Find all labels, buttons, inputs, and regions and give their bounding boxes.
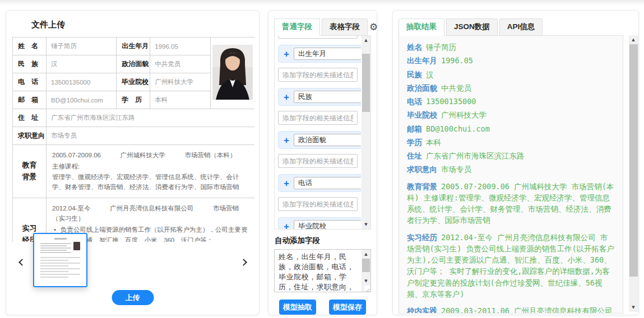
resume-label: 民 族 [13, 55, 47, 73]
field-name-input[interactable] [294, 48, 361, 60]
resume-education-content: 2005.07-2009.06 广州城科技大学 市场营销（本科） 主修课程: 管… [47, 145, 255, 198]
resume-photo [210, 38, 254, 109]
field-chip: + [278, 131, 361, 149]
resume-label: 邮 箱 [13, 91, 47, 109]
field-chip: + [278, 88, 361, 106]
model-save-button[interactable]: 模型保存 [329, 300, 366, 315]
page-thumbnail[interactable] [33, 233, 87, 287]
table-row: 住 址 广东省广州市海珠区滨江东路 [13, 109, 255, 127]
scroll-up-icon[interactable]: ▲ [629, 36, 638, 44]
resume-value: 汉 [47, 55, 117, 73]
result-entry: 教育背景2005.07-2009.06 广州城科技大学 市场营销(本科) 主修课… [407, 181, 615, 226]
field-chip: + [278, 45, 361, 63]
field-desc-input[interactable] [278, 197, 358, 211]
table-row: 姓 名 锤子简历 出生年月 1996.05 [13, 38, 255, 55]
chevron-left-icon [18, 259, 26, 266]
fields-panel: 普通字段 表格字段 ⚙ + ✕ + [268, 10, 377, 315]
table-row: 教育 背景 2005.07-2009.06 广州城科技大学 市场营销（本科） 主… [13, 145, 255, 198]
result-entry: 学历本科 [407, 137, 615, 148]
resume-value: 锤子简历 [47, 38, 117, 55]
field-row: + ✕ [278, 217, 358, 229]
portrait-photo-image [212, 45, 253, 100]
scrollbar-thumb[interactable] [362, 54, 370, 112]
field-list-content: + ✕ + ✕ + [275, 36, 361, 229]
add-field-icon[interactable]: + [284, 135, 289, 145]
resume-value: BD@100chui.com [47, 91, 117, 109]
field-list: + ✕ + ✕ + [274, 35, 371, 230]
scrollbar-thumb[interactable] [362, 259, 370, 272]
fields-tabs: 普通字段 表格字段 ⚙ [274, 18, 371, 36]
page-carousel: 上传 [6, 231, 259, 315]
result-scrollbar[interactable]: ▲ ▼ [629, 35, 638, 312]
resume-value: 广东省广州市海珠区滨江东路 [47, 109, 255, 127]
result-entry: 实习经历2012.04-至今 广州月亮湾信息科技有限公司 市场营销(实习生) 负… [407, 232, 615, 300]
resume-value: 1996.05 [150, 38, 211, 55]
auto-add-textarea[interactable]: 姓名，出生年月，民族，政治面貌，电话，毕业院校，邮箱，学历，住址，求职意向，教育… [274, 249, 371, 292]
model-extract-button[interactable]: 模型抽取 [279, 300, 316, 315]
resume-label: 电 话 [13, 73, 47, 91]
field-name-input[interactable] [294, 134, 361, 146]
result-entry: 邮箱BD@100chui.com [407, 123, 615, 134]
resume-preview: 姓 名 锤子简历 出生年月 1996.05 [12, 37, 254, 242]
tab-table-fields[interactable]: 表格字段 [322, 18, 368, 36]
field-desc-input[interactable] [278, 154, 358, 168]
field-row: + ✕ [278, 174, 358, 192]
resume-label: 毕业院校 [117, 73, 150, 91]
tab-extract-result[interactable]: 抽取结果 [399, 18, 444, 36]
result-tabs: 抽取结果 JSON数据 API信息 [399, 18, 638, 36]
field-name-input[interactable] [294, 220, 361, 229]
upload-panel-title: 文件上传 [31, 20, 259, 30]
tab-json-data[interactable]: JSON数据 [446, 18, 498, 36]
resume-value: 市场专员 [47, 127, 255, 145]
upload-button[interactable]: 上传 [112, 290, 154, 305]
add-field-icon[interactable]: + [284, 222, 289, 230]
tab-normal-fields[interactable]: 普通字段 [274, 18, 320, 36]
page-top-shadow [0, 0, 644, 5]
result-entry: 政治面貌中共党员 [407, 82, 615, 93]
field-name-input[interactable] [294, 91, 361, 103]
add-field-icon[interactable]: + [284, 92, 289, 102]
resume-label: 政治面貌 [117, 55, 150, 73]
upload-panel: 文件上传 姓 名 锤子简历 出生年月 1996.05 [6, 10, 260, 315]
result-entry: 求职意向市场专员 [407, 163, 615, 175]
result-entry: 住址广东省广州市海珠区滨江东路 [407, 150, 615, 161]
field-desc-input[interactable] [278, 68, 358, 82]
result-panel: 抽取结果 JSON数据 API信息 姓名锤子简历 出生年月1996.05 民族汉… [392, 10, 639, 315]
result-entry: 姓名锤子简历 [407, 41, 615, 53]
prev-page-button[interactable] [14, 250, 30, 274]
add-field-icon[interactable]: + [284, 49, 289, 59]
table-row: 求职意向 市场专员 [13, 127, 255, 145]
resume-value: 13500135000 [47, 73, 117, 91]
thumbnail-title-bar [54, 238, 67, 240]
add-field-icon[interactable]: + [284, 179, 289, 188]
gear-icon[interactable]: ⚙ [369, 22, 379, 32]
resume-label: 姓 名 [13, 38, 47, 55]
result-entry: 出生年月1996.05 [407, 55, 615, 66]
scrollbar-thumb[interactable] [629, 44, 638, 277]
result-entry: 民族汉 [407, 69, 615, 80]
field-name-input[interactable] [294, 177, 361, 189]
resume-table: 姓 名 锤子简历 出生年月 1996.05 [12, 37, 254, 242]
tab-api-info[interactable]: API信息 [499, 18, 543, 36]
scroll-up-icon[interactable]: ▲ [362, 250, 370, 258]
scroll-down-icon[interactable]: ▼ [362, 221, 370, 228]
resume-label: 学 历 [117, 91, 150, 109]
resume-label: 出生年月 [117, 38, 150, 55]
resize-grip-icon[interactable] [364, 286, 370, 291]
field-chip: + [278, 174, 361, 192]
scroll-up-icon[interactable]: ▲ [362, 36, 370, 44]
scroll-down-icon[interactable]: ▼ [362, 277, 370, 285]
thumbnail-header [40, 242, 80, 254]
extract-result-text: 姓名锤子简历 出生年月1996.05 民族汉 政治面貌中共党员 电话135001… [399, 35, 623, 314]
thumbnail-photo [73, 242, 80, 250]
resume-label: 求职意向 [13, 127, 47, 145]
field-desc-input-clipped[interactable] [278, 36, 358, 39]
field-desc-input[interactable] [278, 111, 358, 125]
next-page-button[interactable] [235, 250, 251, 274]
field-row: + ✕ [278, 131, 358, 149]
field-list-scrollbar[interactable]: ▲ ▼ [362, 36, 370, 229]
result-entry: 电话13500135000 [407, 96, 615, 107]
scroll-down-icon[interactable]: ▼ [629, 303, 638, 311]
app: 文件上传 姓 名 锤子简历 出生年月 1996.05 [0, 0, 644, 318]
auto-add-title: 自动添加字段 [275, 236, 370, 246]
